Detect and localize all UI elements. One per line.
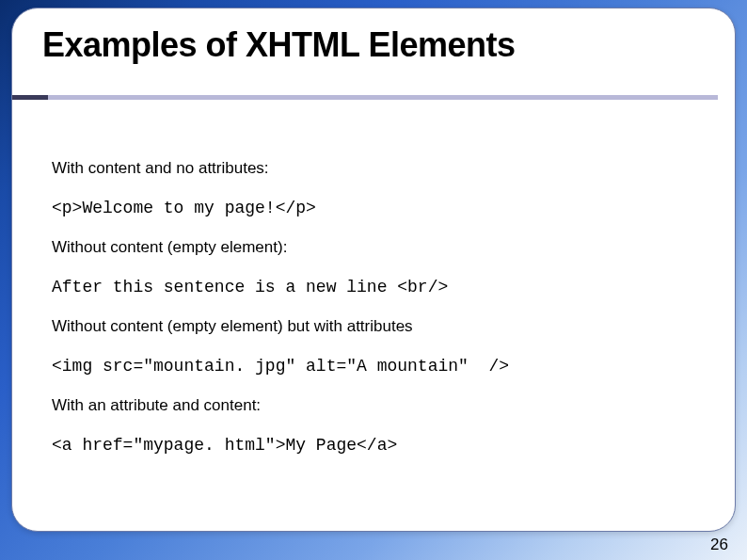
accent-bar-dark [12, 95, 48, 100]
slide-card: Examples of XHTML Elements With content … [11, 8, 736, 532]
accent-bar-light [48, 95, 718, 100]
label-1: With content and no attributes: [52, 159, 697, 178]
label-4: With an attribute and content: [52, 396, 697, 415]
code-4: <a href="mypage. html">My Page</a> [52, 436, 697, 455]
code-1: <p>Welcome to my page!</p> [52, 199, 697, 217]
slide-content: With content and no attributes: <p>Welco… [52, 159, 697, 475]
slide-title: Examples of XHTML Elements [42, 25, 515, 65]
page-number: 26 [710, 536, 728, 554]
label-3: Without content (empty element) but with… [52, 317, 697, 336]
code-3: <img src="mountain. jpg" alt="A mountain… [52, 357, 697, 376]
label-2: Without content (empty element): [52, 238, 697, 257]
code-2: After this sentence is a new line <br/> [52, 278, 697, 296]
accent-bar [12, 95, 718, 100]
